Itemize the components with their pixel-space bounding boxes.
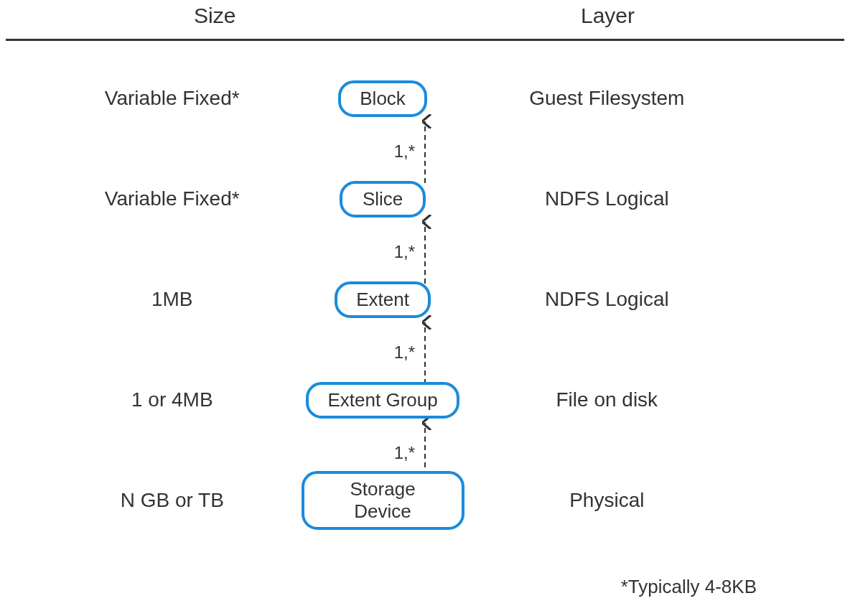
header-size: Size	[194, 4, 235, 28]
row-extent-group: 1 or 4MB Extent Group File on disk	[0, 350, 850, 450]
size-extent: 1MB	[43, 288, 302, 311]
node-extent-group: Extent Group	[306, 382, 459, 419]
size-extent-group: 1 or 4MB	[43, 388, 302, 411]
footnote: *Typically 4-8KB	[621, 576, 757, 598]
layer-slice: NDFS Logical	[464, 187, 749, 210]
layer-extent-group: File on disk	[464, 388, 749, 411]
center-block: Block	[302, 80, 464, 117]
size-storage-device: N GB or TB	[43, 489, 302, 512]
row-extent: 1MB Extent NDFS Logical	[0, 249, 850, 350]
row-slice: Variable Fixed* Slice NDFS Logical	[0, 149, 850, 249]
node-block: Block	[338, 80, 427, 117]
center-extent-group: Extent Group	[302, 382, 464, 419]
center-storage-device: Storage Device	[302, 471, 464, 530]
node-slice: Slice	[340, 181, 426, 218]
size-block: Variable Fixed*	[43, 87, 302, 110]
layer-storage-device: Physical	[464, 489, 749, 512]
layer-extent: NDFS Logical	[464, 288, 749, 311]
center-slice: Slice	[302, 181, 464, 218]
header-row: Size Layer	[0, 0, 850, 39]
row-block: Variable Fixed* Block Guest Filesystem	[0, 48, 850, 149]
node-storage-device: Storage Device	[302, 471, 464, 530]
row-storage-device: N GB or TB Storage Device Physical	[0, 450, 850, 551]
node-extent: Extent	[335, 281, 431, 318]
size-slice: Variable Fixed*	[43, 187, 302, 210]
center-extent: Extent	[302, 281, 464, 318]
layer-block: Guest Filesystem	[464, 87, 749, 110]
header-layer: Layer	[581, 4, 635, 28]
diagram-area: Variable Fixed* Block Guest Filesystem 1…	[0, 41, 850, 551]
